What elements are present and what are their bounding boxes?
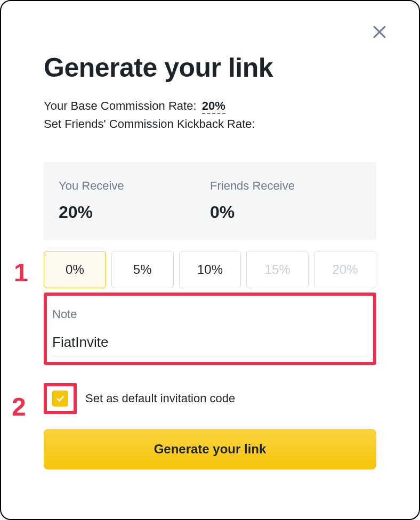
kickback-options-row: 0% 5% 10% 15% 20%	[44, 251, 376, 288]
kickback-option-10[interactable]: 10%	[179, 251, 241, 288]
base-rate-label: Your Base Commission Rate:	[44, 99, 197, 112]
annotation-1: 1	[14, 260, 28, 286]
generate-link-button[interactable]: Generate your link	[44, 429, 376, 469]
note-section: Note	[44, 292, 376, 365]
generate-link-modal: Generate your link Your Base Commission …	[0, 0, 420, 520]
kickback-option-0[interactable]: 0%	[44, 251, 106, 288]
default-code-row: Set as default invitation code	[44, 383, 376, 414]
default-code-label: Set as default invitation code	[85, 392, 235, 405]
friends-receive-value: 0%	[210, 202, 361, 222]
base-rate-value: 20%	[202, 99, 225, 114]
checkbox-highlight	[44, 383, 77, 414]
note-label: Note	[52, 307, 368, 321]
annotation-2: 2	[12, 394, 26, 420]
kickback-rate-label: Set Friends' Commission Kickback Rate:	[44, 115, 376, 133]
you-receive-col: You Receive 20%	[59, 179, 210, 222]
you-receive-value: 20%	[59, 202, 210, 222]
note-input[interactable]	[52, 332, 368, 356]
kickback-option-15: 15%	[246, 251, 309, 288]
distribution-box: You Receive 20% Friends Receive 0%	[44, 162, 376, 240]
modal-title: Generate your link	[44, 52, 376, 83]
kickback-option-20: 20%	[314, 251, 376, 288]
friends-receive-col: Friends Receive 0%	[210, 179, 361, 222]
close-icon	[370, 23, 389, 41]
default-code-checkbox[interactable]	[52, 391, 68, 407]
check-icon	[55, 394, 65, 403]
base-rate-line: Your Base Commission Rate: 20%	[44, 97, 376, 115]
close-button[interactable]	[370, 22, 389, 42]
friends-receive-label: Friends Receive	[210, 179, 361, 193]
you-receive-label: You Receive	[59, 179, 210, 193]
kickback-option-5[interactable]: 5%	[111, 251, 174, 288]
